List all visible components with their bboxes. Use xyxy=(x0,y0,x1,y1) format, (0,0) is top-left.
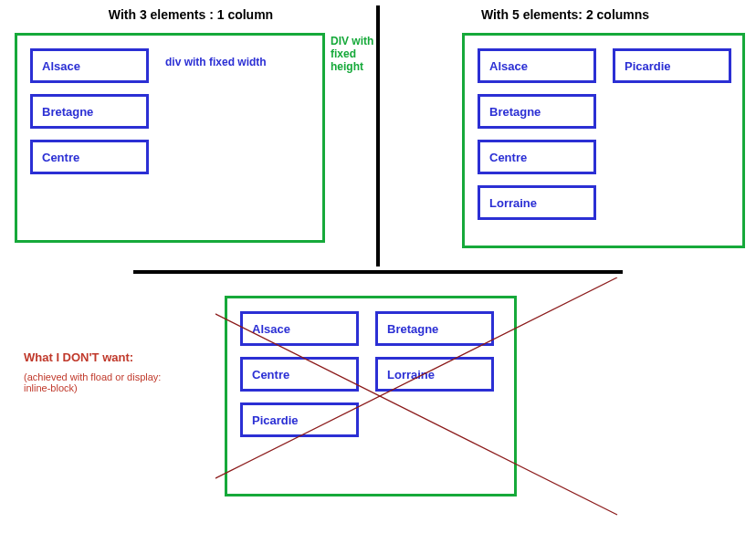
item-label: Alsace xyxy=(489,59,528,73)
list-item: Centre xyxy=(240,357,359,392)
list-item: Bretagne xyxy=(478,94,596,129)
horizontal-divider xyxy=(133,270,623,274)
item-label: Centre xyxy=(252,368,289,381)
annotation-outer: DIV with fixed height xyxy=(331,35,385,73)
item-label: Lorraine xyxy=(387,368,435,381)
list-item: Picardie xyxy=(613,48,731,83)
column-1: Alsace Bretagne Centre xyxy=(30,48,149,185)
item-label: Centre xyxy=(489,151,527,164)
item-label: Bretagne xyxy=(387,322,438,336)
column-1: Alsace Centre Picardie xyxy=(240,311,359,448)
list-item: Lorraine xyxy=(375,357,494,392)
list-item: Bretagne xyxy=(30,94,149,129)
annotation-inner: div with fixed width xyxy=(165,56,284,68)
warning-title: What I DON'T want: xyxy=(24,350,215,364)
item-label: Alsace xyxy=(252,322,290,336)
container-box: Alsace Centre Picardie Bretagne Lorraine xyxy=(225,296,517,496)
item-label: Alsace xyxy=(42,59,80,73)
top-row: With 3 elements : 1 column Alsace Bretag… xyxy=(5,5,751,266)
column-2: Bretagne Lorraine xyxy=(375,311,494,448)
column-1: Alsace Bretagne Centre Lorraine xyxy=(478,48,596,231)
item-label: Picardie xyxy=(625,59,671,73)
list-item: Alsace xyxy=(478,48,596,83)
warning-text: What I DON'T want: (achieved with fload … xyxy=(5,277,215,533)
item-label: Bretagne xyxy=(489,105,541,119)
example-3-elements: With 3 elements : 1 column Alsace Bretag… xyxy=(5,5,376,266)
example-title: With 3 elements : 1 column xyxy=(5,5,376,27)
item-label: Lorraine xyxy=(489,196,537,210)
list-item: Centre xyxy=(30,140,149,174)
item-label: Bretagne xyxy=(42,105,93,119)
example-title: With 5 elements: 2 columns xyxy=(380,5,751,27)
item-label: Centre xyxy=(42,151,79,164)
warning-subtitle: (achieved with fload or display: inline-… xyxy=(24,371,170,393)
list-item: Alsace xyxy=(30,48,149,83)
counter-example: What I DON'T want: (achieved with fload … xyxy=(5,277,751,533)
list-item: Alsace xyxy=(240,311,359,346)
list-item: Picardie xyxy=(240,402,359,437)
list-item: Centre xyxy=(478,140,596,174)
container-box: Alsace Bretagne Centre div with fixed wi… xyxy=(15,33,325,243)
item-label: Picardie xyxy=(252,413,299,427)
list-item: Bretagne xyxy=(375,311,494,346)
list-item: Lorraine xyxy=(478,185,596,220)
column-2: Picardie xyxy=(613,48,731,231)
container-box: Alsace Bretagne Centre Lorraine Picardie xyxy=(462,33,745,248)
example-5-elements: With 5 elements: 2 columns Alsace Bretag… xyxy=(380,5,751,266)
